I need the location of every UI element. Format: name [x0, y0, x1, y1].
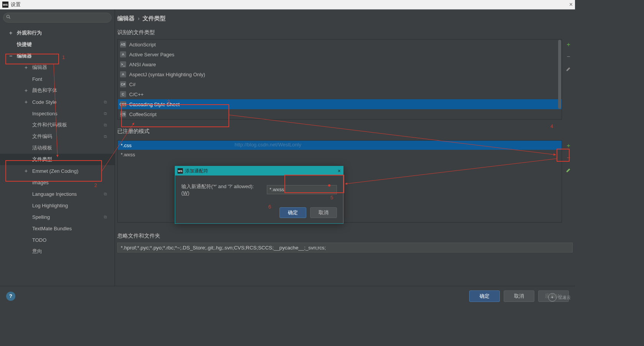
tree-item[interactable]: 文件类型	[0, 154, 115, 165]
tree-item[interactable]: +编辑器	[0, 62, 115, 73]
filetype-icon: CS	[120, 111, 126, 117]
copy-icon: ⧉	[104, 111, 107, 116]
window-close-button[interactable]: ×	[569, 1, 573, 8]
wildcard-input[interactable]	[267, 185, 337, 194]
tree-item[interactable]: 快捷键	[0, 39, 115, 50]
tree-item[interactable]: 意向	[0, 246, 115, 257]
tree-item-label: Images	[32, 180, 49, 185]
pattern-remove-button[interactable]: −	[565, 154, 572, 162]
tree-item[interactable]: 活动模板	[0, 142, 115, 154]
tree-item-label: 活动模板	[32, 144, 52, 151]
dialog-cancel-button[interactable]: 取消	[310, 207, 337, 218]
filetype-label: CoffeeScript	[129, 112, 156, 117]
expand-icon: +	[8, 30, 14, 36]
tree-item[interactable]: Language Injections⧉	[0, 188, 115, 200]
dialog-titlebar: WS 添加通配符 ×	[175, 166, 343, 175]
expand-icon: +	[23, 99, 29, 105]
tree-item[interactable]: Images	[0, 177, 115, 188]
expand-icon: −	[8, 53, 14, 59]
tree-item[interactable]: 文件编码⧉	[0, 131, 115, 142]
filetype-label: C#	[129, 82, 136, 87]
tree-item[interactable]: Spelling⧉	[0, 211, 115, 223]
filetype-remove-button[interactable]: −	[565, 53, 572, 61]
filetype-row[interactable]: >_ANSI Aware	[118, 59, 562, 69]
pattern-row[interactable]: *.wxss	[118, 150, 562, 159]
tree-item-label: Emmet (Zen Coding)	[32, 168, 79, 174]
window-title: 设置	[11, 1, 21, 8]
help-button[interactable]: ?	[6, 292, 15, 301]
filetype-add-button[interactable]: ＋	[565, 41, 572, 48]
ok-button[interactable]: 确定	[469, 290, 500, 302]
tree-item[interactable]: Font	[0, 73, 115, 85]
tree-item[interactable]: TODO	[0, 234, 115, 246]
app-icon: WS	[177, 168, 183, 174]
filetype-label: ActionScript	[129, 42, 156, 48]
pattern-row[interactable]: *.css	[118, 141, 562, 150]
tree-item[interactable]: 文件和代码模板⧉	[0, 119, 115, 131]
filetype-label: Active Server Pages	[129, 52, 174, 57]
tree-item-label: 编辑器	[17, 52, 32, 59]
ignore-patterns-input[interactable]	[117, 243, 573, 253]
filetype-row[interactable]: CC/C++	[118, 89, 562, 99]
breadcrumb-sep: ›	[138, 15, 140, 21]
filetype-row[interactable]: C#C#	[118, 79, 562, 89]
filetype-label: C/C++	[129, 92, 144, 97]
svg-point-0	[7, 15, 10, 18]
settings-sidebar: +外观和行为快捷键−编辑器+编辑器Font+颜色和字体+Code Style⧉I…	[0, 10, 115, 286]
filetype-row[interactable]: AAspectJ (syntax Highlighting Only)	[118, 69, 562, 79]
filetype-row[interactable]: CSCoffeeScript	[118, 109, 562, 119]
cancel-button[interactable]: 取消	[504, 290, 534, 302]
section-registered-patterns: 已注册的模式	[115, 126, 575, 138]
expand-icon: +	[23, 87, 29, 93]
filetype-icon: A	[120, 71, 126, 77]
tree-item[interactable]: +颜色和字体	[0, 85, 115, 96]
filetype-row[interactable]: ASActionScript	[118, 39, 562, 49]
watermark-url: http://blog.csdn.net/WestLonly	[235, 142, 301, 148]
tree-item[interactable]: Inspections⧉	[0, 108, 115, 119]
settings-tree: +外观和行为快捷键−编辑器+编辑器Font+颜色和字体+Code Style⧉I…	[0, 26, 115, 286]
filetype-label: ANSI Aware	[129, 62, 156, 67]
dialog-close-button[interactable]: ×	[338, 168, 341, 174]
pattern-add-button[interactable]: ＋	[565, 142, 572, 149]
tree-item[interactable]: +Emmet (Zen Coding)	[0, 165, 115, 177]
filetype-row[interactable]: AActive Server Pages	[118, 49, 562, 59]
tree-item-label: 文件和代码模板	[32, 121, 67, 128]
breadcrumb-part: 文件类型	[143, 15, 166, 21]
dialog-ok-button[interactable]: 确定	[279, 207, 306, 218]
tree-item[interactable]: TextMate Bundles	[0, 223, 115, 234]
scrollbar-thumb[interactable]	[558, 40, 561, 109]
wildcard-input-label: 输入新通配符('*' and '?' allowed): (W)	[181, 183, 263, 196]
tree-item-label: Code Style	[32, 99, 57, 105]
tree-item[interactable]: +外观和行为	[0, 27, 115, 39]
filetype-icon: C#	[120, 81, 126, 87]
expand-icon: +	[23, 64, 29, 71]
filetype-list[interactable]: ASActionScriptAActive Server Pages>_ANSI…	[117, 39, 562, 120]
copy-icon: ⧉	[104, 134, 107, 139]
settings-search-input[interactable]	[3, 13, 112, 23]
watermark-logo: ✦亿速云	[546, 291, 573, 303]
filetype-label: AspectJ (syntax Highlighting Only)	[129, 72, 205, 77]
tree-item-label: Spelling	[32, 214, 50, 220]
settings-main: 编辑器 › 文件类型 识别的文件类型 ASActionScriptAActive…	[115, 10, 575, 286]
tree-item-label: TextMate Bundles	[32, 226, 72, 231]
tree-item-label: 意向	[32, 248, 42, 255]
tree-item-label: 快捷键	[17, 41, 32, 48]
tree-item-label: TODO	[32, 237, 46, 243]
tree-item[interactable]: −编辑器	[0, 50, 115, 62]
filetype-edit-button[interactable]	[565, 65, 572, 73]
filetype-row[interactable]: CSSCascading Style Sheet	[118, 99, 562, 109]
filetype-icon: A	[120, 51, 126, 57]
tree-item[interactable]: Log Highlighting	[0, 200, 115, 211]
filetype-icon: AS	[120, 41, 126, 48]
tree-item[interactable]: +Code Style⧉	[0, 96, 115, 108]
tree-item-label: Language Injections	[32, 191, 77, 197]
tree-item-label: 颜色和字体	[32, 87, 57, 94]
tree-item-label: 文件编码	[32, 133, 52, 140]
filetype-icon: C	[120, 91, 126, 97]
breadcrumb: 编辑器 › 文件类型	[115, 15, 575, 28]
pattern-edit-button[interactable]	[565, 166, 572, 174]
settings-footer: ? 确定 取消 应用(A)	[0, 286, 575, 306]
app-icon: WS	[2, 2, 8, 8]
tree-item-label: 文件类型	[32, 156, 52, 163]
filetype-icon: >_	[120, 61, 126, 67]
